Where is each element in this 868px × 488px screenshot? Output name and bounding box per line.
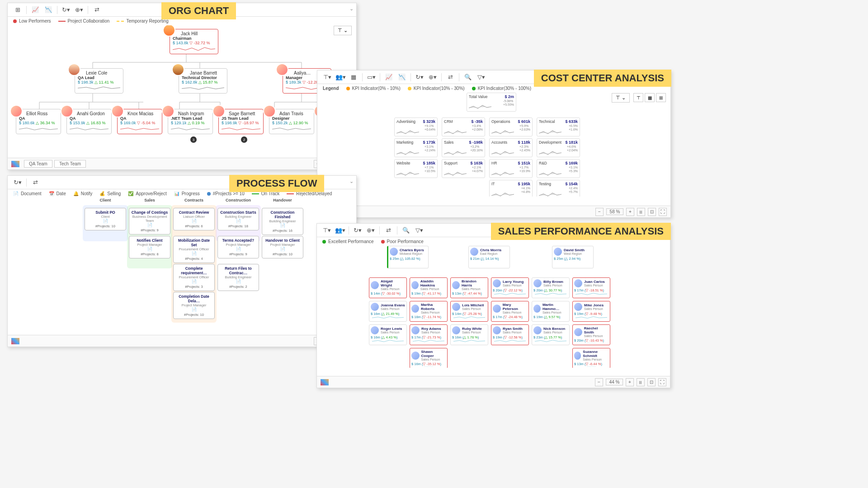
sp-rep[interactable]: Mary PetersonSales Person $ 17m (▽ -24.4… — [491, 301, 529, 322]
cc-node-development[interactable]: Development$ 181k +4.6%+2.04% — [537, 138, 580, 157]
grid-icon[interactable]: ▦ — [347, 72, 360, 82]
node-qa-lead[interactable]: Lexie Cole QA Lead $ 198.3k △ 11.41 % — [75, 68, 123, 94]
sp-rep[interactable]: Nick BensonSales Person $ 23m (△ 15.77 %… — [532, 324, 570, 345]
collapse-icon[interactable]: ⌄ — [349, 6, 354, 12]
fit-icon[interactable]: ⊡ — [647, 378, 656, 386]
sp-rep[interactable]: Raechel SmithSales Person $ 20m (▽ -10.4… — [572, 324, 610, 345]
flow-node[interactable]: Completion Date Dela…Project Manager 📄#P… — [173, 292, 215, 319]
collapse-icon[interactable]: ⌄ — [349, 178, 354, 184]
zoom-in-button[interactable]: + — [626, 208, 634, 216]
sp-manager[interactable]: Charles ByersMidwest Region $ 25m (△ 105… — [387, 246, 429, 268]
expand-icon[interactable]: ⛶ — [659, 208, 667, 216]
flow-node[interactable]: Change of CostingsBusiness Development T… — [129, 208, 170, 235]
layout-icon[interactable]: ⊞ — [11, 5, 24, 15]
add-icon[interactable]: ⊕▾ — [426, 72, 439, 82]
cc-node-it[interactable]: IT$ 195k +4.1%+4.8% — [489, 180, 533, 197]
search-icon[interactable]: 🔍 — [400, 225, 412, 235]
sp-rep[interactable]: Brandon HarrisSales Person $ 13m (▽ -47.… — [450, 277, 488, 298]
refresh-icon[interactable]: ↻▾ — [11, 178, 24, 188]
expand-icon[interactable]: ⛶ — [658, 378, 666, 386]
refresh-icon[interactable]: ↻▾ — [413, 72, 426, 82]
hier-icon[interactable]: ⊤▾ — [321, 225, 333, 235]
sp-rep[interactable]: Martin Hammo…Sales Person $ 19m (△ 9.57 … — [532, 301, 570, 322]
node-net_lead[interactable]: Nash Ingram .NET Team Lead $ 129.1k △ 0.… — [168, 109, 213, 134]
cc-root[interactable]: Total Value $ 2m -5.08%+5.55% — [467, 93, 516, 112]
flow-node[interactable]: Submit POClient 📄#Projects: 10 — [85, 208, 126, 230]
users-icon[interactable]: 👥▾ — [334, 72, 347, 82]
node-qa1[interactable]: Elliot Ross QA $ 180.6k △ 36.34 % — [16, 109, 61, 134]
flow-node[interactable]: Mobilization Date SetProcurement Officer… — [173, 236, 215, 263]
sp-rep[interactable]: Ruby WhiteSales Person $ 16m (△ 1.78 %) — [450, 324, 488, 345]
sp-rep[interactable]: Abigail WrightSales Person $ 14m (▽ -30.… — [369, 277, 407, 298]
cc-node-testing[interactable]: Testing$ 154k +2.4%+5.7% — [537, 180, 580, 197]
flow-node[interactable]: Contract ReviewLiaison Officer 📄#Project… — [173, 208, 215, 230]
node-js_lead[interactable]: Sage Barnett JS Team Lead $ 198.9k ▽ -18… — [218, 109, 264, 134]
node-qa2[interactable]: Anahi Gordon QA $ 153.9k △ 16.83 % — [66, 109, 112, 134]
child-count-badge[interactable]: 3 — [190, 136, 197, 143]
cc-node-rd[interactable]: R&D$ 169k +3.1%+5.3% — [537, 159, 580, 178]
cc-node-accounts[interactable]: Accounts$ 118k +2.3%+2.45% — [489, 138, 533, 157]
flow-node[interactable]: Terms Accepted?Project Manager 📄#Project… — [217, 236, 259, 258]
hier-icon[interactable]: ⊤▾ — [321, 72, 334, 82]
search-icon[interactable]: 🔍 — [462, 72, 474, 82]
filter-icon[interactable]: ▽▾ — [413, 225, 425, 235]
flow-node[interactable]: Construction FinishedBuilding Engineer 📄… — [262, 208, 303, 235]
sp-manager[interactable]: Chris MorrisEast Region $ 21m (△ 14.14 %… — [468, 246, 510, 268]
add-icon[interactable]: ⊕▾ — [364, 225, 377, 235]
zoom-in-button[interactable]: + — [626, 378, 634, 386]
link-icon[interactable]: ⇄ — [29, 178, 42, 188]
tab-tech[interactable]: Tech Team — [54, 160, 86, 168]
cc-node-advertising[interactable]: Advertising$ 323k +9.1%+0.64% — [394, 117, 438, 136]
chart2-icon[interactable]: 📉 — [42, 5, 55, 15]
node-tech-dir[interactable]: Janae Barrett Technical Director $ 162.8… — [179, 68, 227, 94]
node-qa3[interactable]: Knox Macias QA $ 169.0k ▽ -5.04 % — [117, 109, 162, 134]
chart2-icon[interactable]: 📉 — [396, 72, 408, 82]
cc-node-support[interactable]: Support$ 163k +2.1%+4.07% — [442, 159, 485, 178]
sp-rep[interactable]: Juan CarlosSales Person $ 17m (▽ -18.51 … — [572, 277, 610, 298]
sp-rep[interactable]: Lois MitchellSales Person $ 14m (▽ -25.2… — [450, 301, 488, 322]
chart-icon[interactable]: 📈 — [382, 72, 395, 82]
child-count-badge[interactable]: 2 — [241, 136, 247, 143]
sp-manager[interactable]: David SmithWest Region $ 25m (△ 2.94 %) — [552, 246, 594, 268]
cc-node-technical[interactable]: Technical$ 633k +6.5%+1.6% — [537, 117, 580, 136]
cols-icon[interactable]: ⫼ — [637, 208, 645, 216]
sp-rep[interactable]: Roger LewisSales Person $ 16m (△ 4.43 %) — [369, 324, 407, 345]
sp-rep[interactable]: Larry YoungSales Person $ 20m (▽ -22.12 … — [491, 277, 529, 298]
sp-rep[interactable]: Billy BrownSales Person $ 20m (△ 30.77 %… — [532, 277, 570, 298]
node-designer[interactable]: Adan Travis Designer $ 150.2k △ 12.90 % — [269, 109, 314, 134]
flow-node[interactable]: Notifies ClientProject Manager 📄#Project… — [129, 236, 170, 258]
cc-node-crm[interactable]: CRM$ -35k +3.4%+2.08% — [442, 117, 485, 136]
link-icon[interactable]: ⇄ — [90, 5, 103, 15]
sp-rep[interactable]: Ryan SmithSales Person $ 19m (▽ -12.58 %… — [491, 324, 529, 345]
flow-node[interactable]: Handover to ClientProject Manager 📄#Proj… — [262, 236, 303, 258]
chart-icon[interactable]: 📈 — [29, 5, 42, 15]
add-icon[interactable]: ⊕▾ — [73, 5, 85, 15]
cc-node-operations[interactable]: Operations$ 601k +5.9%+2.63% — [489, 117, 533, 136]
cols-icon[interactable]: ⫼ — [637, 378, 645, 386]
cc-node-sales[interactable]: Sales$ -198k +3.2%+20.16% — [442, 138, 485, 157]
fit-icon[interactable]: ⊡ — [648, 208, 656, 216]
sp-rep[interactable]: Shawn CooperSales Person $ 16m (▽ -35.12… — [410, 348, 448, 368]
cc-node-website[interactable]: Website$ 185k +7.1%+10.5% — [394, 159, 438, 178]
sp-rep[interactable]: Roy AdamsSales Person $ 17m (▽ -21.73 %) — [410, 324, 448, 345]
filter-icon[interactable]: ▽▾ — [475, 72, 487, 82]
zoom-out-button[interactable]: − — [595, 378, 603, 386]
tab-qa[interactable]: QA Team — [24, 160, 52, 168]
zoom-out-button[interactable]: − — [595, 208, 604, 216]
link-icon[interactable]: ⇄ — [382, 225, 395, 235]
node-chairman[interactable]: Jack Hill Chairman $ 143.8k ▽ -32.72 % — [170, 29, 218, 54]
flow-node[interactable]: Complete requirement…Procurement Officer… — [173, 264, 215, 291]
sp-rep[interactable]: Martha RobertsSales Person $ 18m (▽ -11.… — [410, 301, 448, 322]
cc-node-marketing[interactable]: Marketing$ 173k +3.1%+2.24% — [394, 138, 438, 157]
screen-icon[interactable]: ▭▾ — [365, 72, 377, 82]
flow-node[interactable]: Construction StartsBuilding Engineer 📄#P… — [217, 208, 259, 230]
refresh-icon[interactable]: ↻▾ — [60, 5, 72, 15]
flow-node[interactable]: Return Files to Contrac…Building Enginee… — [217, 264, 259, 291]
sp-rep[interactable]: Joanna EvansSales Person $ 16m (△ 21.49 … — [369, 301, 407, 322]
sp-rep[interactable]: Mike JonesSales Person $ 19m (▽ -9.48 %) — [572, 301, 610, 322]
refresh-icon[interactable]: ↻▾ — [351, 225, 364, 235]
link-icon[interactable]: ⇄ — [444, 72, 457, 82]
sp-rep[interactable]: Suzanne SchmidtSales Person $ 13m (▽ -6.… — [572, 348, 610, 368]
cc-node-hr[interactable]: HR$ 151k +1.7%+19.9% — [489, 159, 533, 178]
users-icon[interactable]: 👥▾ — [334, 225, 346, 235]
